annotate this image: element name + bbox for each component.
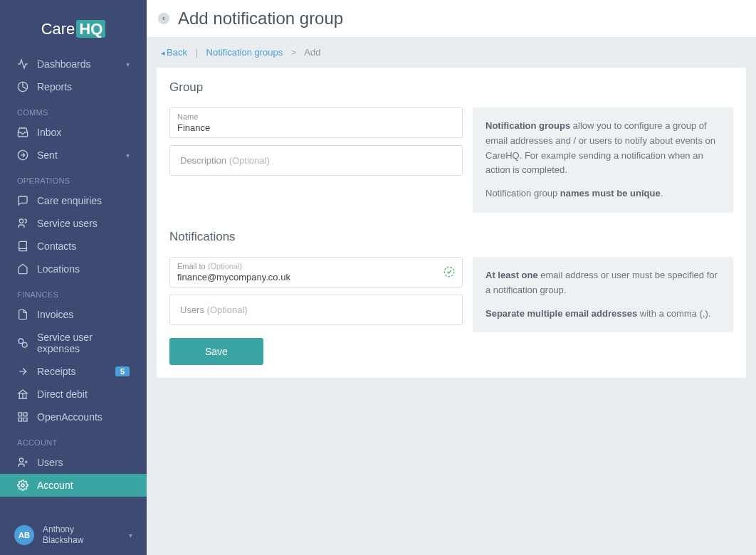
gear-icon <box>17 480 28 491</box>
users-icon <box>17 218 28 229</box>
bank-icon <box>17 388 28 400</box>
activity-icon <box>17 58 28 70</box>
sidebar-item-invoices[interactable]: Invoices <box>0 303 147 326</box>
sidebar: CareHQ Dashboards ▾ Reports COMMS Inbox <box>0 0 147 555</box>
message-icon <box>17 195 28 206</box>
name-label: Name <box>177 112 455 121</box>
svg-rect-7 <box>19 413 22 416</box>
svg-rect-8 <box>23 413 27 416</box>
home-icon <box>17 263 28 275</box>
group-info-box: Notification groups allow you to configu… <box>473 107 733 213</box>
svg-point-4 <box>19 339 23 344</box>
chevron-down-icon: ▾ <box>129 532 132 539</box>
users-label: Users (Optional) <box>180 305 452 315</box>
svg-rect-10 <box>19 418 22 421</box>
name-field-wrapper[interactable]: Name <box>169 107 463 138</box>
coins-icon <box>17 337 28 349</box>
sidebar-item-inbox[interactable]: Inbox <box>0 121 147 144</box>
group-heading: Group <box>169 80 733 95</box>
description-label: Description (Optional) <box>180 155 452 166</box>
email-field-wrapper[interactable]: Email to (Optional) <box>169 257 463 287</box>
file-icon <box>17 309 28 320</box>
sidebar-item-contacts[interactable]: Contacts <box>0 235 147 258</box>
sidebar-item-service-user-expenses[interactable]: Service user expenses <box>0 326 147 360</box>
name-input[interactable] <box>177 121 455 133</box>
sidebar-item-care-enquiries[interactable]: Care enquiries <box>0 189 147 212</box>
section-header-operations: OPERATIONS <box>0 166 147 189</box>
svg-point-5 <box>22 342 27 347</box>
sidebar-item-service-users[interactable]: Service users <box>0 212 147 235</box>
check-circle-icon <box>443 266 455 278</box>
send-icon <box>17 149 28 161</box>
svg-point-11 <box>19 458 23 462</box>
nav: Dashboards ▾ Reports COMMS Inbox Sent ▾ … <box>0 53 147 515</box>
save-button[interactable]: Save <box>169 338 263 365</box>
caret-left-icon: ◂ <box>161 48 165 57</box>
svg-rect-9 <box>23 418 27 421</box>
sidebar-item-users[interactable]: Users <box>0 451 147 474</box>
chevron-down-icon: ▾ <box>126 152 130 159</box>
sidebar-item-locations[interactable]: Locations <box>0 258 147 280</box>
svg-point-15 <box>444 268 453 277</box>
user-plus-icon <box>17 457 28 468</box>
main: Add notification group ◂Back | Notificat… <box>147 0 756 555</box>
email-label: Email to (Optional) <box>177 262 455 270</box>
page-title: Add notification group <box>178 9 343 28</box>
user-menu[interactable]: AB Anthony Blackshaw ▾ <box>0 515 147 555</box>
notifications-info-box: At least one email address or user must … <box>473 257 733 332</box>
badge-count: 5 <box>115 366 130 376</box>
sidebar-item-receipts[interactable]: Receipts 5 <box>0 360 147 383</box>
svg-point-3 <box>19 219 23 223</box>
group-card: Group Name Description (Optional) Notifi… <box>157 68 746 378</box>
receipt-icon <box>17 366 28 377</box>
svg-point-14 <box>21 484 24 487</box>
breadcrumb-current: Add <box>304 47 320 58</box>
sidebar-item-openaccounts[interactable]: OpenAccounts <box>0 406 147 428</box>
section-header-finances: FINANCES <box>0 280 147 303</box>
book-icon <box>17 240 28 252</box>
sidebar-item-dashboards[interactable]: Dashboards ▾ <box>0 53 147 75</box>
sidebar-item-direct-debit[interactable]: Direct debit <box>0 383 147 406</box>
breadcrumb-back[interactable]: Back <box>167 47 187 58</box>
email-input[interactable] <box>177 270 455 282</box>
sidebar-item-account[interactable]: Account <box>0 474 147 497</box>
titlebar: Add notification group <box>147 0 756 37</box>
notifications-heading: Notifications <box>169 230 733 244</box>
user-name: Anthony Blackshaw <box>43 524 129 546</box>
section-header-comms: COMMS <box>0 98 147 121</box>
pie-chart-icon <box>17 81 28 92</box>
grid-icon <box>17 411 28 423</box>
sidebar-item-sent[interactable]: Sent ▾ <box>0 144 147 166</box>
collapse-sidebar-button[interactable] <box>158 13 169 24</box>
sidebar-item-reports[interactable]: Reports <box>0 75 147 98</box>
chevron-down-icon: ▾ <box>126 60 130 68</box>
section-header-account: ACCOUNT <box>0 428 147 451</box>
logo[interactable]: CareHQ <box>0 0 147 53</box>
avatar: AB <box>14 525 34 545</box>
users-field-wrapper[interactable]: Users (Optional) <box>169 295 463 325</box>
inbox-icon <box>17 127 28 138</box>
breadcrumb-notification-groups[interactable]: Notification groups <box>206 47 283 58</box>
breadcrumb: ◂Back | Notification groups > Add <box>147 37 756 68</box>
description-field-wrapper[interactable]: Description (Optional) <box>169 145 463 176</box>
